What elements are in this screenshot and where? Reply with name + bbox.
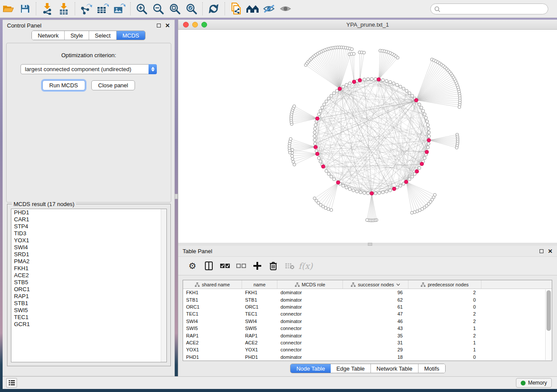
table-row[interactable]: FKH1FKH1dominator962 (183, 289, 552, 296)
horizontal-split-handle[interactable] (368, 243, 372, 246)
tab-select[interactable]: Select (89, 31, 117, 40)
delete-table-icon[interactable] (281, 258, 298, 274)
zoom-window-icon[interactable] (201, 22, 207, 28)
mcds-result-item[interactable]: SRD1 (11, 251, 166, 258)
show-all-icon[interactable] (277, 1, 294, 16)
function-builder-icon[interactable]: f(x) (298, 258, 314, 274)
column-header-shared-name[interactable]: shared name (183, 280, 242, 289)
table-row[interactable]: ACE2ACE2connector311 (183, 339, 552, 346)
mcds-result-item[interactable]: TEC1 (11, 314, 166, 321)
close-window-icon[interactable] (183, 22, 189, 28)
save-session-icon[interactable] (17, 1, 33, 16)
tab-network[interactable]: Network (32, 31, 65, 40)
column-header-name[interactable]: name (242, 280, 277, 289)
table-tab-motifs[interactable]: Motifs (419, 364, 445, 373)
float-table-panel-icon[interactable] (540, 249, 543, 253)
mcds-result-item[interactable]: PMA2 (11, 258, 166, 265)
table-scrollbar-thumb[interactable] (547, 290, 551, 331)
cell-predecessor-nodes: 2 (408, 333, 481, 338)
table-row[interactable]: RAP1RAP1dominator352 (183, 332, 552, 339)
share-document-icon[interactable] (228, 1, 244, 16)
search-field[interactable] (430, 3, 548, 14)
mcds-result-item[interactable]: GCR1 (11, 321, 166, 328)
open-file-icon[interactable] (0, 1, 17, 16)
table-tab-node-table[interactable]: Node Table (291, 364, 331, 373)
close-panel-icon[interactable]: ✕ (165, 23, 170, 28)
mcds-result-item[interactable]: SWI5 (11, 307, 166, 314)
table-row[interactable]: ORC1ORC1dominator610 (183, 303, 552, 310)
mcds-result-item[interactable]: YOX1 (11, 237, 166, 244)
cell-MCDS-role: connector (277, 347, 343, 352)
table-tab-network-table[interactable]: Network Table (371, 364, 419, 373)
mcds-result-item[interactable]: ORC1 (11, 286, 166, 293)
zoom-fit-icon[interactable] (166, 1, 183, 16)
mcds-tab-panel: Optimization criterion: largest connecte… (6, 43, 171, 203)
criterion-value: largest connected component (undirected) (25, 66, 131, 72)
select-all-icon[interactable] (217, 258, 233, 274)
export-table-icon[interactable] (94, 1, 111, 16)
network-canvas[interactable] (178, 30, 557, 243)
network-graph[interactable] (178, 30, 557, 243)
search-icon (434, 6, 440, 12)
list-scrollbar[interactable] (161, 209, 166, 362)
run-mcds-button[interactable]: Run MCDS (42, 80, 85, 90)
column-header-predecessor-nodes[interactable]: predecessor nodes (408, 280, 481, 289)
mcds-result-item[interactable]: SWI4 (11, 244, 166, 251)
table-row[interactable]: STB1STB1dominator620 (183, 296, 552, 303)
cell-MCDS-role: dominator (277, 319, 343, 324)
table-row[interactable]: YOX1YOX1connector291 (183, 346, 552, 353)
delete-column-trash-icon[interactable] (265, 258, 281, 274)
table-tab-edge-table[interactable]: Edge Table (331, 364, 371, 373)
cell-predecessor-nodes: 0 (408, 304, 481, 309)
first-neighbors-icon[interactable] (244, 1, 261, 16)
float-panel-icon[interactable] (157, 24, 161, 28)
export-image-icon[interactable] (111, 1, 128, 16)
table-row[interactable]: TEC1TEC1connector472 (183, 310, 552, 317)
zoom-in-icon[interactable] (133, 1, 150, 16)
export-network-icon[interactable] (78, 1, 94, 16)
table-scrollbar[interactable] (545, 289, 552, 360)
panel-split-handle[interactable] (175, 194, 178, 199)
mcds-result-item[interactable]: PHD1 (11, 209, 166, 216)
refresh-icon[interactable] (205, 1, 222, 16)
import-table-icon[interactable] (55, 1, 72, 16)
table-row[interactable]: SWI5SWI5connector431 (183, 325, 552, 332)
mcds-result-item[interactable]: FKH1 (11, 265, 166, 272)
control-panel-title: Control Panel (7, 22, 42, 29)
cell-shared-name: SWI4 (183, 319, 242, 324)
criterion-dropdown[interactable]: largest connected component (undirected) (21, 64, 157, 74)
add-column-icon[interactable] (249, 258, 265, 274)
mcds-result-item[interactable]: RAP1 (11, 293, 166, 300)
dropdown-stepper-icon (149, 64, 157, 74)
close-panel-button[interactable]: Close panel (91, 80, 135, 90)
search-input[interactable] (443, 6, 548, 12)
column-header-successor-nodes[interactable]: successor nodes (343, 280, 408, 289)
hide-selected-icon[interactable] (261, 1, 277, 16)
import-network-icon[interactable] (39, 1, 55, 16)
show-panels-list-icon[interactable] (6, 378, 17, 388)
show-columns-icon[interactable] (201, 258, 217, 274)
mcds-result-item[interactable]: STB5 (11, 279, 166, 286)
zoom-out-icon[interactable] (150, 1, 166, 16)
memory-status-dot (521, 381, 526, 385)
mcds-result-item[interactable]: CAR1 (11, 216, 166, 223)
column-header-MCDS-role[interactable]: MCDS role (277, 280, 343, 289)
main-toolbar (0, 0, 557, 18)
cell-predecessor-nodes: 2 (408, 290, 481, 295)
table-settings-gear-icon[interactable]: ⚙ (184, 258, 201, 274)
table-row[interactable]: PHD1PHD1dominator180 (183, 354, 552, 361)
tab-style[interactable]: Style (65, 31, 89, 40)
close-table-panel-icon[interactable]: ✕ (548, 248, 553, 254)
minimize-window-icon[interactable] (192, 22, 198, 28)
deselect-all-icon[interactable] (233, 258, 249, 274)
mcds-result-item[interactable]: TID3 (11, 230, 166, 237)
table-row[interactable]: SWI4SWI4dominator462 (183, 318, 552, 325)
cell-name: RAP1 (242, 333, 277, 338)
tab-mcds[interactable]: MCDS (117, 31, 145, 40)
memory-button[interactable]: Memory (516, 378, 552, 388)
mcds-result-item[interactable]: STB1 (11, 300, 166, 307)
mcds-result-item[interactable]: STP4 (11, 223, 166, 230)
mcds-result-list[interactable]: PHD1CAR1STP4TID3YOX1SWI4SRD1PMA2FKH1ACE2… (11, 209, 167, 362)
mcds-result-item[interactable]: ACE2 (11, 272, 166, 279)
zoom-selected-icon[interactable] (183, 1, 200, 16)
